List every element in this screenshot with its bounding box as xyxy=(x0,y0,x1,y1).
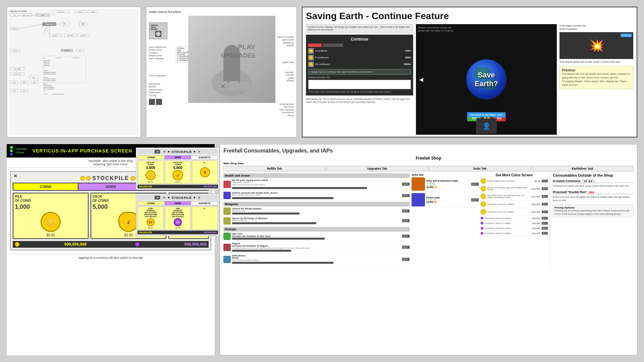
ff-item-health-slots: Defend yourself with Health Slots, Armor… xyxy=(223,192,410,200)
ff-boost-buy-button[interactable]: BUY xyxy=(402,258,410,261)
ss2-tab-orbs[interactable]: ORBS xyxy=(165,201,192,205)
ff-tab-earthdiver[interactable]: Earthdiver Suit xyxy=(532,166,634,171)
iap-title: VERTICUS IN-APP PURCHASE SCREEN xyxy=(33,148,132,154)
ff-health-section-header: Health and Armor xyxy=(223,173,410,178)
se-item2-cost: 400♦ xyxy=(405,56,411,59)
ff-armor-buy-button[interactable]: BUY xyxy=(402,183,410,186)
ff-item-armor-refill: Re-Fill your supply armor shield Daily B… xyxy=(223,179,410,191)
ff-coin-health-buy-button[interactable]: BUY xyxy=(542,180,548,182)
ff-boost-info: Daily BonusBoost Increase the Duration o… xyxy=(232,254,401,264)
ff-health-info: Defend yourself with Health Slots, Armor… xyxy=(232,192,401,199)
ss1-back-button[interactable]: ◄ xyxy=(155,150,160,154)
iap-tab-coins[interactable]: COINS xyxy=(13,183,78,190)
se-commander-face: 👤 xyxy=(482,122,491,130)
ff-item-ragout: RagoutIncrease the Duration of Ragout Po… xyxy=(223,242,410,253)
ff-ragout-icon xyxy=(223,244,231,251)
ss1-sack-amount: 5,000 xyxy=(166,166,190,170)
ff-orb-x3-buy-button[interactable]: BUY xyxy=(542,227,548,230)
ff-coin-x1-buy-button[interactable]: BUY xyxy=(542,203,548,205)
se-continue-btn-overlay: continue xyxy=(621,34,632,37)
ff-orb-x4-icon xyxy=(481,232,483,235)
hub-scene: PLAY UPGRADES xyxy=(188,16,275,103)
svg-rect-83 xyxy=(160,34,161,34)
ss2-tab-coins[interactable]: COINS xyxy=(138,201,165,205)
ff-orb-x4-buy-button[interactable]: BUY xyxy=(542,232,548,235)
ff-missile-info: Unlock the Missile Button! Missile Durat… xyxy=(232,207,401,215)
ff-tab-upgrades[interactable]: Upgrades Tab xyxy=(326,166,428,171)
se-premise-title: Premise: xyxy=(562,68,631,72)
ff-coin-x2-buy-button[interactable]: BUY xyxy=(542,210,548,213)
ff-missile-name: Unlock the Missile Button! xyxy=(232,207,401,210)
ff-starcoin-icon xyxy=(223,233,231,240)
ff-suit-fiery-name: Fiery suit of fearsome freaks xyxy=(426,180,470,182)
ff-ragout-name: RagoutIncrease the Duration of Ragout xyxy=(232,242,401,247)
stockpile-screenshot-1: ◄ ⚙ ✦ STOCKPILE ✦ ⚙ COINS ORBS GADGETS P… xyxy=(136,147,220,190)
main-menu-title: main menu function xyxy=(149,10,294,14)
ff-coin-solar-buy-button[interactable]: BUY xyxy=(542,195,548,198)
iap-pile-price: $0.99 xyxy=(15,233,87,237)
svg-text:missions: missions xyxy=(13,50,18,51)
ss2-tab-gadgets[interactable]: GADGETS xyxy=(191,201,218,205)
se-earth-container: SaveEarth? xyxy=(466,59,506,100)
svg-text:Defensive: Defensive xyxy=(44,70,48,71)
svg-text:perks: perks xyxy=(23,82,26,83)
ss1-tab-gadgets[interactable]: GADGETS xyxy=(191,156,218,159)
ff-boost-desc: Increase the Duration of Boost xyxy=(232,259,401,261)
ff-coin-x1-price: Coin IAP xyxy=(531,203,540,205)
ss1-header: ◄ ⚙ ✦ STOCKPILE ✦ ⚙ xyxy=(138,149,218,154)
ff-health-buy-button[interactable]: BUY xyxy=(402,194,410,197)
ff-double-run-title: Proposed "Double Run" →☆ xyxy=(553,190,634,194)
se-save-earth-text: SaveEarth? xyxy=(475,71,498,88)
svg-text:Punch System Unlockables: Punch System Unlockables xyxy=(44,78,56,80)
ff-ragout-buy-button[interactable]: BUY xyxy=(402,246,410,249)
iap-close-button[interactable]: ✕ xyxy=(13,173,17,179)
options-menu-box: optionsmenu10x10p xyxy=(149,22,167,39)
ff-item-boost: Daily BonusBoost Increase the Duration o… xyxy=(223,254,410,265)
perks-annotation: currently-selectedperks80x80p xyxy=(277,71,294,82)
iap-dot-2 xyxy=(10,149,13,152)
ff-orb-x1-buy-button[interactable]: BUY xyxy=(542,217,548,220)
iap-pile-amount: 1,000 xyxy=(15,203,87,210)
ff-tab-refills[interactable]: Refills Tab xyxy=(223,166,325,171)
ff-consumables-title: Consumables Outside of the Shop xyxy=(553,173,634,177)
ss2-tabs: COINS ORBS GADGETS xyxy=(138,201,218,205)
iap-tab-orbs[interactable]: ORBS xyxy=(78,183,144,190)
ff-health-bar xyxy=(232,197,333,199)
ff-starcoin-name: Star CoinIncrease the Duration of Star G… xyxy=(232,233,401,237)
stockpile-screenshots-panel: ◄ ⚙ ✦ STOCKPILE ✦ ⚙ COINS ORBS GADGETS P… xyxy=(136,147,220,268)
ff-coin-mission-icon xyxy=(481,186,486,191)
ff-tab-suits[interactable]: Suits Tab xyxy=(429,166,531,171)
ff-coin-health-price: $3.99 xyxy=(534,180,540,182)
se-continue-item-2: 5 continues 400♦ xyxy=(308,55,411,60)
ff-missile-recharge-buy-button[interactable]: BUY xyxy=(402,219,410,222)
ff-double-run-desc: Every 5-10 runs, give the player the opt… xyxy=(553,195,634,202)
ss1-tab-coins[interactable]: COINS xyxy=(138,156,165,159)
freefall-title: Freefall Consumables, Upgrades, and IAPs xyxy=(223,148,634,154)
ss1-sack-icon: 💰 xyxy=(173,170,183,180)
ss1-tab-orbs[interactable]: ORBS xyxy=(165,156,192,159)
se-continue-fight-button[interactable]: Get back in the fight, kid!! xyxy=(467,112,505,117)
se-explosion-box: 💥 continue xyxy=(559,32,633,59)
ss2-back-button[interactable]: ◄ xyxy=(155,196,160,199)
ss2-coin-doubler-badge: 2X xyxy=(147,218,155,226)
ff-main-shop-tabs-label: Main Shop Tabs xyxy=(223,162,634,165)
ff-suit-future-buy-button[interactable]: BUY xyxy=(471,198,479,201)
ff-coin-mission-buy-button[interactable]: BUY xyxy=(542,187,548,190)
flow-diagram-svg: start splash screen title end of cycle o… xyxy=(9,9,139,135)
ss1-pile-price: $0.99 xyxy=(139,181,163,183)
ss1-third-icon: $ xyxy=(200,167,210,177)
se-left-arrow[interactable]: ◄ xyxy=(418,76,425,83)
ff-suit-fiery-buy-button[interactable]: BUY xyxy=(471,183,479,186)
svg-text:options: options xyxy=(12,28,17,29)
ff-missile-buy-button[interactable]: BUY xyxy=(402,209,410,213)
ff-orb-x2-icon xyxy=(481,222,483,225)
svg-text:main menu: main menu xyxy=(46,23,53,25)
ss2-balance-coins: 999,999,999 xyxy=(139,231,178,234)
svg-line-77 xyxy=(43,26,48,34)
ff-orb-x2-buy-button[interactable]: BUY xyxy=(542,222,548,225)
ff-orb-item-x1: Purchase X orbs for X dollars Orb IAP BU… xyxy=(481,217,548,221)
ss2-coin-doubler-name: COINDOUBLERGET 2X COINSFOR EACH ONEYOU C… xyxy=(139,207,163,218)
freefall-content: Freefall Shop Main Shop Tabs Refills Tab… xyxy=(223,156,634,350)
ff-starcoin-buy-button[interactable]: BUY xyxy=(402,235,410,238)
ff-double-run-tag: →☆ xyxy=(589,191,594,193)
